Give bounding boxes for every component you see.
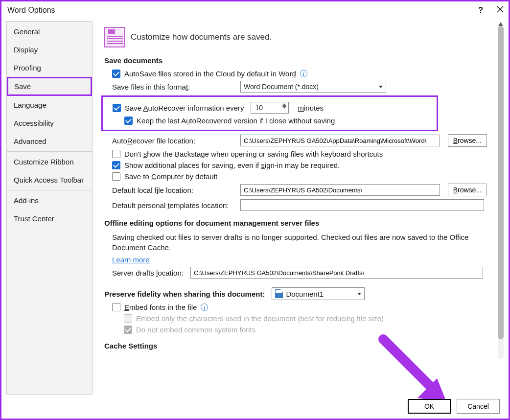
server-drafts-label: Server drafts location: bbox=[112, 269, 184, 277]
autorecover-location-label: AutoRecover file location: bbox=[112, 137, 232, 145]
default-templates-label: Default personal templates location: bbox=[112, 201, 232, 210]
show-additional-checkbox[interactable] bbox=[112, 161, 120, 169]
default-templates-input[interactable] bbox=[240, 199, 484, 211]
titlebar: Word Options ? bbox=[1, 1, 509, 19]
chevron-down-icon bbox=[379, 86, 383, 88]
autorecover-location-input[interactable] bbox=[240, 135, 440, 146]
save-computer-checkbox[interactable] bbox=[112, 172, 120, 181]
section-save-documents: Save documents bbox=[104, 56, 487, 65]
sidebar-item-proofing[interactable]: Proofing bbox=[7, 59, 92, 77]
offline-note: Saving checked out files to server draft… bbox=[104, 232, 487, 253]
page-heading: Customize how documents are saved. bbox=[131, 32, 272, 42]
scroll-thumb[interactable] bbox=[498, 26, 504, 339]
cancel-button[interactable]: Cancel bbox=[457, 399, 500, 414]
sidebar-item-addins[interactable]: Add-ins bbox=[7, 191, 92, 210]
default-local-browse-button[interactable]: Browse... bbox=[448, 184, 487, 196]
document-icon bbox=[275, 289, 283, 298]
window-title: Word Options bbox=[7, 6, 55, 15]
highlight-annotation: Save AutoRecover information every 10 mi… bbox=[101, 95, 438, 131]
preserve-document-select[interactable]: Document1 bbox=[272, 287, 365, 300]
sidebar-item-display[interactable]: Display bbox=[7, 41, 92, 59]
sidebar-item-general[interactable]: General bbox=[7, 23, 92, 41]
learn-more-link[interactable]: Learn more bbox=[112, 256, 150, 264]
section-preserve: Preserve fidelity when sharing this docu… bbox=[104, 290, 265, 298]
embed-chars-label: Embed only the characters used in the do… bbox=[136, 314, 384, 323]
autosave-cloud-checkbox[interactable] bbox=[112, 70, 120, 78]
sidebar-item-quick-access[interactable]: Quick Access Toolbar bbox=[7, 171, 92, 189]
show-additional-label: Show additional places for saving, even … bbox=[124, 161, 340, 169]
keep-last-checkbox[interactable] bbox=[124, 117, 133, 125]
autorecover-label: Save AutoRecover information every bbox=[125, 104, 244, 112]
sidebar-item-accessibility[interactable]: Accessibility bbox=[7, 114, 92, 132]
dont-show-backstage-checkbox[interactable] bbox=[112, 150, 120, 158]
section-cache: Cache Settings bbox=[104, 342, 487, 350]
sidebar-item-trust-center[interactable]: Trust Center bbox=[7, 210, 92, 228]
save-format-select[interactable]: Word Document (*.docx) bbox=[240, 81, 386, 93]
no-common-checkbox bbox=[124, 326, 132, 334]
server-drafts-input[interactable] bbox=[190, 267, 483, 279]
no-common-label: Do not embed common system fonts bbox=[136, 326, 255, 334]
autosave-cloud-label: AutoSave files stored in the Cloud by de… bbox=[124, 70, 296, 78]
chevron-down-icon bbox=[357, 293, 361, 295]
default-local-label: Default local file location: bbox=[112, 186, 232, 194]
default-local-input[interactable] bbox=[240, 184, 440, 196]
info-icon[interactable]: i bbox=[201, 303, 208, 311]
autorecover-browse-button[interactable]: Browse... bbox=[448, 134, 487, 147]
section-offline: Offline editing options for document man… bbox=[104, 219, 487, 227]
sidebar: General Display Proofing Save Language A… bbox=[6, 21, 93, 395]
dont-show-backstage-label: Don't show the Backstage when opening or… bbox=[124, 150, 383, 158]
scrollbar[interactable] bbox=[498, 26, 504, 359]
help-icon[interactable]: ? bbox=[478, 6, 483, 15]
minutes-label: minutes bbox=[298, 104, 324, 112]
save-computer-label: Save to Computer by default bbox=[124, 172, 217, 181]
sidebar-item-advanced[interactable]: Advanced bbox=[7, 132, 92, 150]
autorecover-minutes-spinner[interactable]: 10 bbox=[251, 102, 289, 114]
embed-fonts-checkbox[interactable] bbox=[112, 303, 120, 311]
embed-fonts-label: Embed fonts in the file bbox=[124, 303, 197, 311]
info-icon[interactable]: i bbox=[300, 70, 307, 77]
save-disk-icon bbox=[104, 27, 125, 47]
save-format-label: Save files in this format: bbox=[112, 83, 232, 91]
ok-button[interactable]: OK bbox=[408, 399, 451, 414]
keep-last-label: Keep the last AutoRecovered version if I… bbox=[137, 117, 335, 125]
scroll-up-icon[interactable] bbox=[498, 22, 503, 26]
sidebar-item-save[interactable]: Save bbox=[7, 77, 92, 96]
embed-chars-checkbox bbox=[124, 314, 132, 323]
sidebar-item-language[interactable]: Language bbox=[7, 96, 92, 114]
autorecover-checkbox[interactable] bbox=[113, 104, 121, 112]
close-icon[interactable] bbox=[497, 6, 504, 15]
sidebar-item-customize-ribbon[interactable]: Customize Ribbon bbox=[7, 153, 92, 171]
